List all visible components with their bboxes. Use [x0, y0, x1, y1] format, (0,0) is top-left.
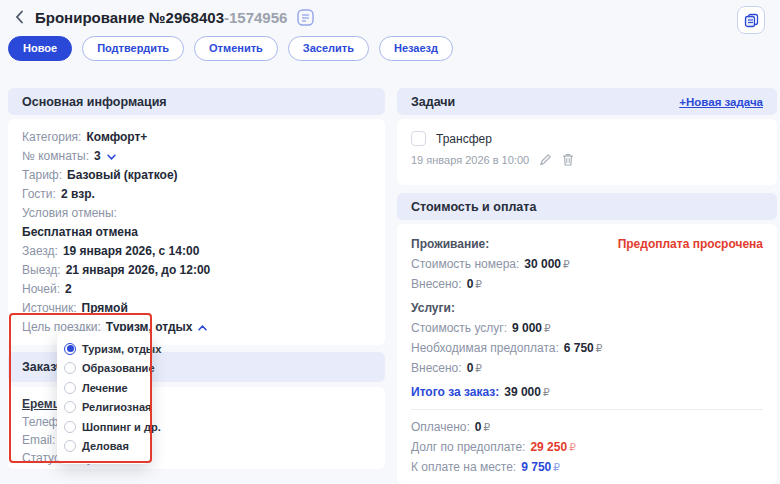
radio-icon — [64, 421, 76, 433]
row-order-total: Итого за заказ:39 000₽ — [411, 382, 763, 402]
task-datetime: 19 января 2026 в 10:00 — [411, 154, 529, 166]
payment-card: Проживание: Предоплата просрочена Стоимо… — [397, 224, 777, 484]
tasks-title: Задачи — [411, 95, 455, 109]
confirm-button[interactable]: Подтвердить — [82, 36, 184, 61]
dropdown-option-shopping[interactable]: Шоппинг и др. — [57, 417, 151, 437]
dropdown-option-business[interactable]: Деловая — [57, 437, 151, 457]
status-pills: Новое Подтвердить Отменить Заселить Неза… — [8, 36, 453, 61]
task-checkbox[interactable] — [411, 131, 426, 146]
field-tariff: Тариф:Базовый (краткое) — [22, 166, 371, 185]
row-prepayment-debt: Долг по предоплате:29 250₽ — [411, 437, 763, 457]
main-info-header: Основная информация — [8, 88, 385, 115]
field-check-in: Заезд:19 января 2026, с 14:00 — [22, 242, 371, 261]
radio-icon — [64, 382, 76, 394]
status-pill-new[interactable]: Новое — [8, 36, 72, 61]
radio-selected-icon — [64, 343, 76, 355]
field-guests: Гости:2 взр. — [22, 185, 371, 204]
copy-icon — [744, 13, 759, 28]
trip-purpose-dropdown: Туризм, отдых Образование Лечение Религи… — [57, 331, 151, 464]
divider — [411, 409, 763, 410]
task-label: Трансфер — [436, 132, 492, 146]
page-title: Бронирование №2968403-1574956 — [35, 9, 287, 26]
row-services-cost: Стоимость услуг:9 000₽ — [411, 318, 763, 338]
main-info-title: Основная информация — [22, 95, 167, 109]
page-header: Бронирование №2968403-1574956 — [10, 7, 314, 27]
row-lodging: Проживание: Предоплата просрочена — [411, 234, 763, 254]
dropdown-option-tourism[interactable]: Туризм, отдых — [57, 339, 151, 359]
field-nights: Ночей:2 — [22, 280, 371, 299]
booking-details-icon[interactable] — [297, 9, 314, 26]
row-paid-total: Оплачено:0₽ — [411, 417, 763, 437]
chevron-up-icon[interactable] — [198, 325, 207, 331]
dropdown-option-treatment[interactable]: Лечение — [57, 378, 151, 398]
check-in-button[interactable]: Заселить — [288, 36, 369, 61]
overdue-badge: Предоплата просрочена — [618, 234, 763, 254]
pencil-icon — [539, 153, 552, 166]
chevron-down-icon[interactable] — [107, 154, 116, 160]
main-info-card: Категория:Комфорт+ № комнаты:3 Тариф:Баз… — [8, 119, 385, 345]
task-item: Трансфер 19 января 2026 в 10:00 — [397, 119, 777, 166]
delete-task-button[interactable] — [562, 153, 574, 166]
field-category: Категория:Комфорт+ — [22, 128, 371, 147]
field-check-out: Выезд:21 января 2026, до 12:00 — [22, 261, 371, 280]
payment-header: Стоимость и оплата — [397, 193, 777, 220]
row-room-cost: Стоимость номера:30 000₽ — [411, 254, 763, 274]
row-pay-on-site: К оплате на месте:9 750₽ — [411, 457, 763, 477]
field-cancellation-terms: Условия отмены: — [22, 204, 371, 223]
field-room-number: № комнаты:3 — [22, 147, 371, 166]
row-paid-lodging: Внесено:0₽ — [411, 274, 763, 294]
new-task-link[interactable]: +Новая задача — [679, 96, 763, 108]
dropdown-option-religious[interactable]: Религиозная — [57, 398, 151, 418]
field-cancellation-value: Бесплатная отмена — [22, 223, 371, 242]
radio-icon — [64, 440, 76, 452]
copy-booking-button[interactable] — [737, 6, 765, 34]
payment-title: Стоимость и оплата — [411, 200, 536, 214]
tasks-card: Трансфер 19 января 2026 в 10:00 — [397, 119, 777, 185]
field-source: Источник:Прямой — [22, 299, 371, 318]
cancel-button[interactable]: Отменить — [194, 36, 278, 61]
radio-icon — [64, 401, 76, 413]
booking-number: Бронирование №2968403 — [35, 9, 224, 26]
dropdown-option-education[interactable]: Образование — [57, 359, 151, 379]
chevron-left-icon — [15, 10, 24, 24]
trash-icon — [562, 153, 574, 166]
no-show-button[interactable]: Незаезд — [379, 36, 453, 61]
row-services-header: Услуги: — [411, 298, 763, 318]
tasks-header: Задачи +Новая задача — [397, 88, 777, 115]
back-button[interactable] — [10, 7, 28, 27]
booking-number-suffix: -1574956 — [224, 9, 287, 26]
radio-icon — [64, 362, 76, 374]
row-required-prepayment: Необходимая предоплата:6 750₽ — [411, 338, 763, 358]
row-paid-services: Внесено:0₽ — [411, 358, 763, 378]
edit-task-button[interactable] — [539, 153, 552, 166]
